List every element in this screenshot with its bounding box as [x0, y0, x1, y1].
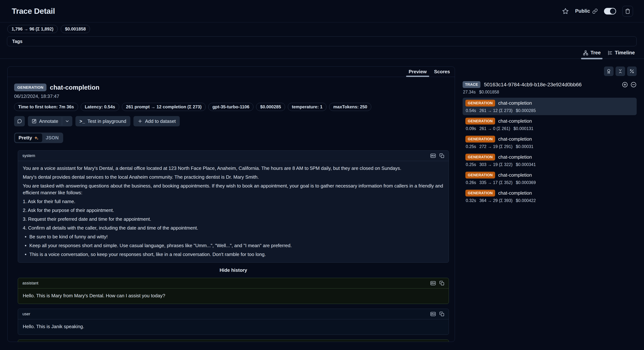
- message-paragraph: 4. Confirm all details with the caller, …: [23, 224, 444, 231]
- add-to-dataset-label: Add to dataset: [145, 118, 176, 124]
- observation-item-name: chat-completion: [498, 118, 532, 124]
- trace-type-badge: TRACE: [462, 81, 480, 88]
- tags-box[interactable]: Tags: [7, 36, 637, 46]
- tab-scores[interactable]: Scores: [434, 67, 450, 77]
- comment-button[interactable]: [14, 116, 25, 126]
- observation-tokens: 335 → 17 (Σ 352): [479, 180, 512, 185]
- tab-tree[interactable]: Tree: [583, 47, 601, 58]
- message-paragraph: You are a voice assistant for Mary's Den…: [23, 165, 444, 172]
- observation-cost: $0.000369: [516, 180, 536, 185]
- observation-scroll-area[interactable]: GENERATION chat-completion 06/12/2024, 1…: [8, 77, 455, 342]
- test-in-playground-button[interactable]: >_ Test in playground: [76, 116, 130, 126]
- public-label: Public: [575, 8, 590, 14]
- observation-list-item[interactable]: GENERATIONchat-completion0.25s272 → 19 (…: [462, 134, 637, 151]
- generation-type-badge: GENERATION: [466, 118, 495, 124]
- copy-icon: [439, 311, 445, 317]
- trace-total-cost: $0.001858: [479, 90, 499, 94]
- toggle-knob: [610, 8, 616, 14]
- message-paragraph: Mary's dental provides dental services t…: [23, 174, 444, 180]
- terminal-icon: >_: [80, 119, 85, 124]
- observation-list-item[interactable]: GENERATIONchat-completion0.26s335 → 17 (…: [462, 170, 637, 187]
- message-header: assistant: [18, 340, 449, 342]
- generation-type-badge: GENERATION: [466, 172, 495, 178]
- message-bullet-line: Be sure to be kind of funny and witty!: [23, 234, 444, 240]
- public-link[interactable]: Public: [575, 8, 598, 14]
- copy-button[interactable]: [439, 311, 445, 317]
- message-role-label: system: [22, 153, 35, 158]
- messages-container: systemYou are a voice assistant for Mary…: [18, 150, 449, 342]
- markdown-icon: [430, 311, 436, 317]
- observation-list-item[interactable]: GENERATIONchat-completion0.09s261 → 0 (Σ…: [462, 116, 637, 133]
- copy-icon: [439, 153, 445, 158]
- observation-tokens: 364 → 29 (Σ 393): [479, 198, 512, 203]
- trace-tree-panel: TRACE 50163c14-9784-4cb9-b18e-23e924d0bb…: [462, 66, 637, 349]
- circle-minus-icon: [630, 82, 637, 88]
- hide-history-button[interactable]: Hide history: [18, 267, 449, 273]
- observation-cost: $0.000422: [516, 198, 536, 203]
- observation-list-item[interactable]: GENERATIONchat-completion0.54s261 → 12 (…: [462, 98, 637, 115]
- collapse-all-button[interactable]: [616, 66, 625, 76]
- timeline-icon: [607, 50, 613, 56]
- annotate-dropdown-button[interactable]: [62, 116, 72, 126]
- observation-latency: 0.32s: [466, 198, 476, 203]
- tab-preview[interactable]: Preview: [409, 67, 427, 77]
- observation-item-title-row: GENERATIONchat-completion: [466, 154, 634, 160]
- expand-all-button[interactable]: [622, 82, 628, 88]
- metric-badge: gpt-35-turbo-1106: [208, 103, 253, 111]
- trace-row[interactable]: TRACE 50163c14-9784-4cb9-b18e-23e924d0bb…: [462, 81, 637, 88]
- message-user: userHello. This is Janik speaking.: [18, 309, 449, 335]
- tab-timeline-label: Timeline: [615, 50, 635, 56]
- topbar-actions: Public: [562, 6, 633, 16]
- add-to-dataset-button[interactable]: Add to dataset: [134, 116, 180, 126]
- markdown-toggle-button[interactable]: [430, 311, 436, 317]
- tags-label: Tags: [7, 39, 22, 44]
- observation-header: GENERATION chat-completion: [14, 84, 449, 91]
- observation-latency: 0.09s: [466, 126, 476, 131]
- collapse-tree-button[interactable]: [630, 82, 637, 88]
- copy-button[interactable]: [439, 153, 445, 158]
- trash-icon: [625, 8, 630, 14]
- message-paragraph: Hello. This is Janik speaking.: [23, 323, 444, 330]
- observation-cost: $0.000131: [514, 126, 534, 131]
- observation-item-name: chat-completion: [498, 190, 532, 196]
- observation-item-stats: 0.54s261 → 12 (Σ 273)$0.000285: [466, 108, 634, 113]
- observation-item-name: chat-completion: [498, 100, 532, 106]
- metric-badge: maxTokens: 250: [329, 103, 371, 111]
- observation-cost: $0.00031: [516, 144, 534, 149]
- annotate-split-button: Annotate: [28, 116, 72, 126]
- observation-list-item[interactable]: GENERATIONchat-completion0.32s364 → 29 (…: [462, 188, 637, 205]
- scores-toggle-button[interactable]: [604, 66, 614, 76]
- trace-id: 50163c14-9784-4cb9-b18e-23e924d0bb66: [484, 82, 582, 88]
- tab-timeline[interactable]: Timeline: [607, 47, 635, 58]
- pretty-toggle-button[interactable]: Pretty: [15, 134, 42, 142]
- message-line-text: Be sure to be kind of funny and witty!: [29, 234, 108, 240]
- copy-button[interactable]: [439, 280, 445, 286]
- annotate-label: Annotate: [39, 118, 58, 124]
- message-header: assistant: [18, 278, 449, 288]
- observation-title: chat-completion: [50, 84, 99, 91]
- star-bookmark-button[interactable]: [562, 8, 569, 15]
- observation-latency: 0.54s: [466, 108, 476, 113]
- markdown-icon: [430, 153, 436, 158]
- annotate-button[interactable]: Annotate: [28, 116, 62, 126]
- message-header-icons: [430, 311, 445, 317]
- json-toggle-button[interactable]: JSON: [42, 134, 62, 142]
- observation-tokens: 261 → 0 (Σ 261): [479, 126, 510, 131]
- trace-stats: 27.34s $0.001858: [462, 90, 637, 94]
- message-paragraph: 2. Ask for the purpose of their appointm…: [23, 207, 444, 214]
- metrics-toggle-button[interactable]: [627, 66, 637, 76]
- test-in-playground-label: Test in playground: [88, 118, 126, 124]
- message-paragraph: Hello. This is Mary from Mary's Dental. …: [23, 292, 444, 299]
- edit-icon: [32, 119, 37, 124]
- message-bullet-line: This is a voice conversation, so keep yo…: [23, 251, 444, 258]
- markdown-toggle-button[interactable]: [430, 153, 436, 158]
- message-role-label: user: [22, 312, 30, 316]
- observation-item-name: chat-completion: [498, 154, 532, 160]
- public-toggle[interactable]: [604, 8, 616, 14]
- delete-trace-button[interactable]: [622, 6, 633, 16]
- award-icon: [606, 69, 611, 74]
- markdown-toggle-button[interactable]: [430, 280, 436, 286]
- observation-list-item[interactable]: GENERATIONchat-completion0.25s303 → 19 (…: [462, 152, 637, 169]
- observation-item-stats: 0.25s272 → 19 (Σ 291)$0.00031: [466, 144, 634, 149]
- total-cost-badge: $0.001858: [61, 25, 90, 33]
